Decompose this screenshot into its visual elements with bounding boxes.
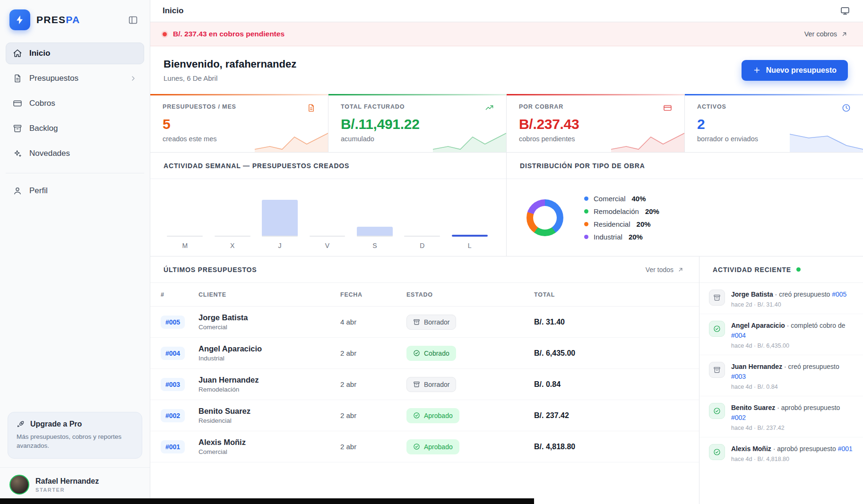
activity-item: Juan Hernandez · creó presupuesto #003 h… [699,355,863,396]
stat-sparkline [433,129,506,152]
legend-value: 40% [632,195,646,203]
activity-ref-link[interactable]: #001 [838,445,853,453]
activity-item: Alexis Moñiz · aprobó presupuesto #001 h… [699,437,863,468]
column-header-cliente: CLIENTE [198,291,340,298]
ver-todos-link[interactable]: Ver todos [646,266,684,273]
legend-swatch [584,209,588,214]
middle-panels: ACTIVIDAD SEMANAL — PRESUPUESTOS CREADOS… [150,153,863,256]
total: B/. 31.40 [534,318,687,326]
cliente-name: Jorge Batista [198,313,248,322]
draft-icon [413,381,420,388]
ver-todos-label: Ver todos [646,266,673,273]
table-row[interactable]: #003 Juan HernandezRemodelación 2 abr Bo… [150,369,699,400]
sidebar-item-perfil[interactable]: Perfil [6,180,144,202]
bar-slot-j: J [259,200,301,249]
bar-slot-v: V [306,200,348,249]
taskbar-remnant [0,498,534,504]
column-header-fecha: FECHA [340,291,406,298]
fecha: 4 abr [340,318,406,326]
sidebar-item-backlog[interactable]: Backlog [6,118,144,139]
sidebar-item-presupuestos[interactable]: Presupuestos [6,68,144,89]
ver-cobros-link[interactable]: Ver cobros [804,30,848,38]
sidebar-item-label: Cobros [29,99,55,108]
activity-action: · aprobó presupuesto [773,445,836,453]
legend-value: 20% [629,233,643,241]
sidebar-item-novedades[interactable]: Novedades [6,143,144,164]
upgrade-title: Upgrade a Pro [30,420,82,428]
cliente-tipo: Industrial [198,355,340,362]
status-label: Borrador [424,318,449,326]
sidebar-item-inicio[interactable]: Inicio [6,43,144,64]
stat-card: POR COBRAR B/.237.43 cobros pendientes [507,94,685,152]
pending-collections-banner: B/. 237.43 en cobros pendientes Ver cobr… [150,22,863,46]
column-header-total: TOTAL [534,291,687,298]
sidebar-secondary-nav: Perfil [6,173,144,202]
cliente-tipo: Residencial [198,417,340,424]
app-logo [9,9,30,30]
activity-meta: hace 4d · B/. 0.84 [731,384,854,390]
status-label: Aprobado [424,443,453,451]
sidebar-item-cobros[interactable]: Cobros [6,93,144,114]
sidebar: PRESPA Inicio Presupuestos Cobros Backlo [0,0,150,504]
nuevo-presupuesto-button[interactable]: Nuevo presupuesto [742,60,848,81]
activity-ref-link[interactable]: #003 [731,373,746,380]
activity-actor: Benito Suarez [731,404,775,411]
weekly-bar-chart: MXJVSDL [164,199,491,249]
legend-label: Comercial [594,195,626,203]
activity-meta: hace 4d · B/. 237.42 [731,425,854,431]
table-row[interactable]: #004 Angel AparacicioIndustrial 2 abr Co… [150,338,699,369]
plus-icon [753,66,761,74]
cliente-name: Juan Hernandez [198,376,259,384]
total: B/. 0.84 [534,380,687,389]
legend-item: Industrial20% [584,233,659,241]
weekly-activity-panel: ACTIVIDAD SEMANAL — PRESUPUESTOS CREADOS… [150,153,507,256]
activity-ref-link[interactable]: #004 [731,332,746,339]
activity-ref-link[interactable]: #002 [731,414,746,421]
activity-kind-icon [709,403,725,419]
table-row[interactable]: #001 Alexis MoñizComercial 2 abr Aprobad… [150,431,699,462]
sidebar-toggle-button[interactable] [124,11,141,28]
credit-card-icon [663,103,672,112]
bar-slot-s: S [354,200,396,249]
stat-topline [328,94,506,95]
stat-topline [150,94,328,95]
presupuesto-id-badge[interactable]: #003 [161,378,185,391]
sidebar-header: PRESPA [0,0,150,39]
bar-slot-l: L [449,199,491,249]
activity-actor: Angel Aparacicio [731,322,785,329]
clock-icon [842,103,851,112]
cliente-name: Benito Suarez [198,407,250,415]
bar-slot-x: X [211,200,253,249]
presupuesto-id-badge[interactable]: #002 [161,409,185,422]
activity-actor: Jorge Batista [731,290,773,298]
table-row[interactable]: #002 Benito SuarezResidencial 2 abr Apro… [150,400,699,431]
presupuesto-id-badge[interactable]: #001 [161,440,185,453]
fecha: 2 abr [340,411,406,419]
table-panel-title: ÚLTIMOS PRESUPUESTOS [164,266,257,273]
stat-sparkline [255,129,328,152]
check-circle-icon [413,350,420,357]
stat-label: ACTIVOS [697,103,726,110]
presupuesto-id-badge[interactable]: #004 [161,347,185,360]
file-text-icon [13,74,22,83]
status-badge: Aprobado [406,408,459,423]
stat-card: TOTAL FACTURADO B/.11,491.22 acumulado [328,94,507,152]
sidebar-nav: Inicio Presupuestos Cobros Backlog Noved… [0,39,150,164]
avatar [9,475,29,495]
cliente-name: Alexis Moñiz [198,438,246,446]
stat-sparkline [790,129,863,152]
legend-item: Residencial20% [584,220,659,228]
legend-value: 20% [645,207,659,215]
presupuesto-id-badge[interactable]: #005 [161,316,185,329]
cliente-tipo: Comercial [198,448,340,455]
topbar: Inicio [150,0,863,22]
monitor-icon[interactable] [840,6,850,16]
table-row[interactable]: #005 Jorge BatistaComercial 4 abr Borrad… [150,307,699,338]
chevron-right-icon [129,75,137,82]
activity-ref-link[interactable]: #005 [832,290,846,298]
user-icon [13,186,22,196]
activity-meta: hace 2d · B/. 31.40 [731,301,846,308]
upgrade-pro-card[interactable]: Upgrade a Pro Más presupuestos, cobros y… [8,412,142,459]
status-badge: Borrador [406,377,456,392]
fecha: 2 abr [340,380,406,388]
